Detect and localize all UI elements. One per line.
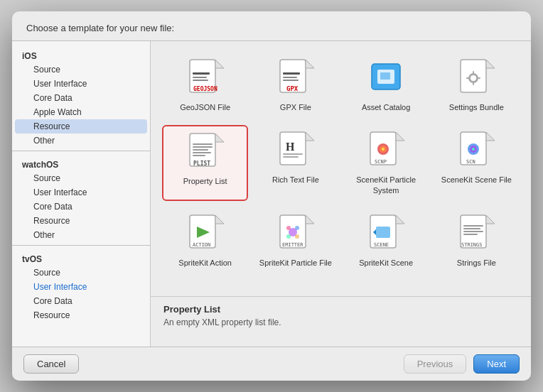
strings-icon: STRINGS (456, 214, 496, 254)
svg-marker-71 (396, 215, 404, 224)
template-grid-area: GEOJSON GeoJSON File GPX GPX File Asset … (151, 41, 531, 297)
sidebar-item-apple-watch-0[interactable]: Apple Watch (15, 105, 147, 119)
sidebar-divider (12, 245, 150, 246)
new-file-dialog: Choose a template for your new file: iOS… (12, 11, 531, 381)
svg-rect-79 (463, 228, 480, 229)
svg-point-21 (471, 75, 476, 81)
svg-rect-72 (376, 227, 390, 238)
sidebar-item-user-interface-2[interactable]: User Interface (15, 280, 147, 294)
gpx-icon: GPX (276, 58, 316, 98)
asset-icon (366, 58, 406, 98)
description-title: Property List (163, 304, 518, 315)
template-item-strings[interactable]: STRINGS Strings File (434, 208, 520, 273)
template-label-settings: Settings Bundle (449, 102, 504, 112)
svg-rect-23 (473, 82, 474, 85)
template-label-spritekit-scene: SpriteKit Scene (359, 258, 413, 268)
sidebar-item-resource-2[interactable]: Resource (15, 308, 147, 322)
template-item-geojson[interactable]: GEOJSON GeoJSON File (162, 53, 248, 118)
template-item-asset[interactable]: Asset Catalog (343, 53, 429, 118)
sidebar-item-source-2[interactable]: Source (15, 266, 147, 280)
richtext-icon: H (276, 131, 316, 170)
template-label-strings: Strings File (457, 258, 496, 268)
svg-rect-30 (193, 146, 213, 148)
template-item-scenekit-scene[interactable]: SCN SceneKit Scene File (434, 125, 520, 201)
svg-marker-57 (215, 215, 224, 224)
svg-marker-2 (215, 60, 224, 68)
sidebar-item-user-interface-1[interactable]: User Interface (15, 185, 147, 200)
sidebar-item-resource-0[interactable]: Resource (15, 119, 147, 134)
svg-text:SCENE: SCENE (374, 242, 389, 248)
sidebar-divider (12, 151, 150, 151)
sidebar-item-core-data-1[interactable]: Core Data (15, 200, 147, 214)
template-item-spritekit-action[interactable]: ACTION SpriteKit Action (162, 208, 248, 273)
template-item-plist[interactable]: PLIST Property List (162, 125, 248, 201)
svg-marker-50 (486, 132, 495, 141)
sidebar-item-user-interface-0[interactable]: User Interface (15, 77, 147, 91)
settings-icon (456, 58, 496, 98)
nav-buttons: Previous Next (404, 354, 520, 374)
template-label-asset: Asset Catalog (362, 102, 410, 112)
description-text: An empty XML property list file. (163, 317, 518, 327)
svg-rect-31 (193, 149, 208, 151)
svg-point-53 (472, 148, 475, 151)
svg-marker-28 (215, 134, 224, 142)
svg-point-64 (286, 226, 291, 230)
cancel-button[interactable]: Cancel (23, 354, 79, 374)
template-item-spritekit-particle[interactable]: EMITTER SpriteKit Particle File (252, 208, 338, 273)
svg-text:H: H (286, 141, 295, 153)
sidebar-item-core-data-0[interactable]: Core Data (15, 91, 147, 105)
svg-marker-62 (306, 215, 314, 224)
action-icon: ACTION (186, 214, 225, 254)
template-label-scenekit-particle: SceneKit Particle System (346, 175, 426, 195)
svg-rect-16 (380, 72, 390, 80)
sidebar-item-other-1[interactable]: Other (15, 228, 147, 242)
svg-text:SCN: SCN (466, 159, 475, 165)
sidebar-item-other-0[interactable]: Other (15, 134, 147, 148)
template-item-gpx[interactable]: GPX GPX File (252, 53, 338, 118)
template-item-settings[interactable]: Settings Bundle (434, 53, 520, 118)
sidebar-item-source-1[interactable]: Source (15, 171, 147, 185)
dialog-body: iOSSourceUser InterfaceCore DataApple Wa… (12, 40, 531, 347)
template-label-gpx: GPX File (280, 102, 311, 112)
main-content: GEOJSON GeoJSON File GPX GPX File Asset … (151, 41, 531, 347)
svg-point-46 (382, 148, 385, 151)
template-grid: GEOJSON GeoJSON File GPX GPX File Asset … (162, 53, 520, 273)
template-label-spritekit-action: SpriteKit Action (178, 258, 232, 268)
svg-text:EMITTER: EMITTER (282, 242, 303, 248)
scnp-icon: SCNP (366, 131, 406, 170)
template-item-richtext[interactable]: H Rich Text File (252, 125, 338, 201)
template-item-scenekit-particle[interactable]: SCNP SceneKit Particle System (343, 125, 429, 201)
svg-text:PLIST: PLIST (193, 160, 210, 167)
svg-rect-78 (463, 225, 483, 227)
svg-marker-43 (396, 132, 404, 141)
svg-marker-9 (306, 60, 314, 68)
svg-rect-4 (193, 77, 207, 78)
template-label-plist: Property List (183, 176, 227, 186)
svg-point-65 (295, 226, 299, 230)
sidebar-item-core-data-2[interactable]: Core Data (15, 294, 147, 308)
next-button[interactable]: Next (473, 354, 520, 374)
template-label-richtext: Rich Text File (272, 175, 319, 185)
svg-text:GPX: GPX (286, 85, 299, 92)
template-label-geojson: GeoJSON File (180, 102, 230, 112)
svg-point-66 (286, 234, 291, 239)
template-label-scenekit-scene: SceneKit Scene File (441, 175, 512, 185)
svg-marker-37 (306, 132, 314, 141)
template-item-spritekit-scene[interactable]: SCENE SpriteKit Scene (343, 208, 429, 273)
dialog-header: Choose a template for your new file: (12, 11, 531, 40)
plist-icon: PLIST (186, 132, 225, 172)
svg-rect-40 (283, 156, 299, 158)
svg-rect-29 (193, 143, 213, 145)
svg-rect-11 (283, 77, 297, 78)
svg-rect-25 (478, 77, 480, 79)
svg-marker-77 (486, 215, 495, 224)
sidebar-item-source-0[interactable]: Source (15, 62, 147, 77)
sidebar-group-ios: iOS (12, 45, 150, 62)
svg-rect-12 (283, 80, 299, 81)
svg-rect-10 (283, 72, 300, 75)
svg-text:STRINGS: STRINGS (461, 242, 483, 248)
sidebar: iOSSourceUser InterfaceCore DataApple Wa… (12, 41, 151, 347)
previous-button[interactable]: Previous (404, 354, 467, 374)
sidebar-item-resource-1[interactable]: Resource (15, 214, 147, 228)
svg-rect-33 (193, 155, 205, 156)
